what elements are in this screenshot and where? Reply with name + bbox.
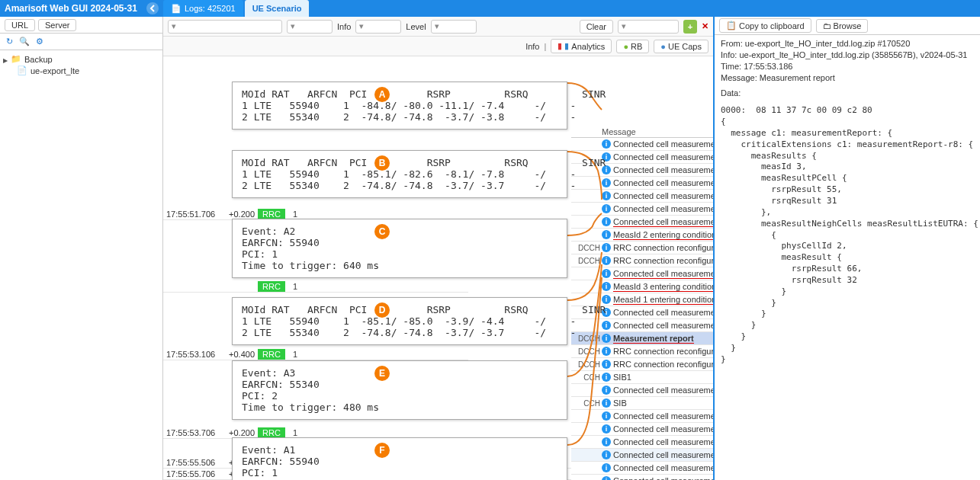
message-row[interactable]: CCHiSIB1 bbox=[571, 371, 713, 384]
panel-data-row: 1 LTE 55940 1 -84.8/ -80.0 -11.1/ -7.4 -… bbox=[242, 100, 557, 111]
tree-root[interactable]: Backup bbox=[3, 53, 159, 65]
type-select[interactable] bbox=[287, 20, 333, 34]
message-text: MeasId 1 entering condition bbox=[613, 295, 713, 305]
ueid-cell: 1 bbox=[285, 281, 305, 292]
copy-clipboard-button[interactable]: 📋Copy to clipboard bbox=[719, 18, 811, 33]
message-row[interactable]: iConnected cell measurement refresh bbox=[571, 384, 713, 397]
message-row[interactable]: iConnected cell measurement refresh bbox=[571, 138, 713, 151]
message-row[interactable]: iMeasId 3 entering condition bbox=[571, 280, 713, 293]
info-icon: i bbox=[602, 243, 611, 252]
message-list: Message iConnected cell measurement refr… bbox=[571, 126, 713, 480]
clipboard-icon: 📋 bbox=[726, 21, 737, 30]
ueid-cell: 1 bbox=[285, 209, 305, 219]
doc-icon bbox=[171, 4, 182, 14]
detail-meta: From: ue-export_lte_HO_inter_tdd.log.zip… bbox=[715, 35, 980, 102]
info-icon: i bbox=[602, 139, 611, 149]
event-panel: CEvent: A2EARFCN: 55940PCI: 1Time to tri… bbox=[232, 219, 567, 278]
center-pane: Info Level Clear + ✕ Info | ▮▮Analytics … bbox=[163, 17, 715, 480]
message-row[interactable]: DCCHiRRC connection reconfiguration bbox=[571, 242, 713, 254]
info-icon: i bbox=[602, 334, 611, 343]
level-select[interactable] bbox=[431, 20, 477, 34]
find-icon[interactable]: 🔍 bbox=[18, 36, 31, 48]
time-cell: 17:55:55.506 bbox=[163, 457, 223, 468]
message-row[interactable]: iConnected cell measurement refresh bbox=[571, 449, 713, 462]
info-icon: i bbox=[602, 321, 611, 330]
analytics-button[interactable]: ▮▮Analytics bbox=[551, 39, 612, 53]
message-row[interactable]: DCCHiRRC connection reconfiguration bbox=[571, 345, 713, 358]
message-row[interactable]: iMeasId 2 entering condition bbox=[571, 229, 713, 242]
log-row[interactable]: 17:55:53.106+0.400RRC1 bbox=[163, 349, 468, 360]
message-row[interactable]: iConnected cell measurement refresh bbox=[571, 216, 713, 229]
panel-badge: E bbox=[374, 366, 390, 381]
offset-cell: +0.200 bbox=[223, 427, 258, 438]
message-row[interactable]: iConnected cell measurement refresh bbox=[571, 190, 713, 203]
message-text: Connected cell measurement refresh bbox=[613, 386, 713, 395]
message-text: Connected cell measurement refresh bbox=[613, 139, 713, 149]
message-row[interactable]: DCCHiMeasurement report bbox=[571, 332, 713, 345]
panel-badge: D bbox=[374, 302, 390, 318]
message-text: Connected cell measurement refresh bbox=[613, 165, 713, 174]
left-tab-server[interactable]: Server bbox=[38, 19, 76, 31]
add-filter-button[interactable]: + bbox=[683, 20, 697, 34]
log-row[interactable]: RRC1 bbox=[163, 281, 468, 293]
expand-icon[interactable] bbox=[3, 55, 8, 64]
source-select[interactable] bbox=[168, 20, 282, 34]
browse-icon: 🗀 bbox=[823, 21, 831, 30]
refresh-icon[interactable]: ↻ bbox=[3, 36, 15, 48]
collapse-icon[interactable] bbox=[146, 2, 159, 14]
remove-filter-button[interactable]: ✕ bbox=[702, 21, 708, 31]
left-tabbar: URL Server bbox=[0, 17, 162, 34]
ueid-cell: 1 bbox=[285, 349, 305, 360]
message-text: Connected cell measurement refresh bbox=[613, 321, 713, 330]
info-label: Info bbox=[525, 42, 539, 51]
time-cell bbox=[163, 281, 223, 292]
file-tree: Backup ue-export_lte bbox=[0, 50, 162, 79]
message-row[interactable]: iConnected cell measurement refresh bbox=[571, 462, 713, 475]
panel-data-row: 2 LTE 55340 2 -74.8/ -74.8 -3.7/ -3.7 -/… bbox=[242, 327, 557, 338]
detail-from: From: ue-export_lte_HO_inter_tdd.log.zip… bbox=[721, 38, 974, 50]
left-tab-url[interactable]: URL bbox=[5, 19, 35, 31]
browse-button[interactable]: 🗀Browse bbox=[816, 19, 869, 33]
panel-header: MOId RAT ARFCN PCI RSRP RSRQ SINR bbox=[242, 88, 557, 100]
info-icon: i bbox=[602, 386, 611, 395]
rb-button[interactable]: ●RB bbox=[616, 40, 649, 53]
time-cell: 17:55:51.706 bbox=[163, 209, 223, 219]
event-line: PCI: 1 bbox=[242, 248, 557, 260]
event-line: PCI: 2 bbox=[242, 390, 557, 402]
clear-button[interactable]: Clear bbox=[580, 20, 613, 34]
message-row[interactable]: iConnected cell measurement refresh bbox=[571, 423, 713, 436]
message-row[interactable]: iConnected cell measurement refresh bbox=[571, 267, 713, 280]
panel-data-row: 1 LTE 55940 1 -85.1/ -82.6 -8.1/ -7.8 -/… bbox=[242, 168, 557, 180]
panel-data-row: 2 LTE 55340 2 -74.8/ -74.8 -3.7/ -3.8 -/… bbox=[242, 111, 557, 123]
filter-select[interactable] bbox=[618, 20, 679, 34]
message-row[interactable]: iConnected cell measurement refresh bbox=[571, 410, 713, 423]
info-select[interactable] bbox=[355, 20, 401, 34]
panel-data-row: 1 LTE 55940 1 -85.1/ -85.0 -3.9/ -4.4 -/… bbox=[242, 315, 557, 327]
tab-logs[interactable]: Logs: 425201 bbox=[163, 0, 243, 17]
channel-label: DCCH bbox=[571, 257, 600, 265]
info-icon: i bbox=[602, 360, 611, 369]
gear-icon[interactable]: ⚙ bbox=[34, 36, 46, 48]
message-row[interactable]: DCCHiRRC connection reconfiguration comp… bbox=[571, 358, 713, 371]
tab-ue-scenario[interactable]: UE Scenario bbox=[245, 0, 310, 17]
event-line: Event: A3 bbox=[242, 367, 557, 379]
message-text: SIB1 bbox=[613, 373, 631, 382]
message-row[interactable]: iConnected cell measurement refresh bbox=[571, 203, 713, 216]
message-row[interactable]: iConnected cell measurement refresh bbox=[571, 319, 713, 332]
message-text: SIB bbox=[613, 398, 627, 408]
message-row[interactable]: iConnected cell measurement refresh bbox=[571, 177, 713, 190]
channel-label: DCCH bbox=[571, 347, 600, 356]
uecaps-button[interactable]: ●UE Caps bbox=[654, 40, 708, 53]
info-icon: i bbox=[602, 230, 611, 239]
info-label: Info bbox=[337, 22, 351, 31]
measurement-panel: BMOId RAT ARFCN PCI RSRP RSRQ SINR1 LTE … bbox=[232, 150, 567, 198]
layer-cell: RRC bbox=[258, 427, 285, 438]
event-line: Event: A2 bbox=[242, 226, 557, 237]
tree-item[interactable]: ue-export_lte bbox=[3, 65, 159, 76]
message-row[interactable]: iConnected cell measurement refresh bbox=[571, 436, 713, 449]
event-panel: EEvent: A3EARFCN: 55340PCI: 2Time to tri… bbox=[232, 360, 567, 420]
message-text: Connected cell measurement refresh bbox=[613, 308, 713, 317]
message-row[interactable]: CCHiSIB bbox=[571, 397, 713, 410]
message-row[interactable]: iConnected cell measurement refresh bbox=[571, 475, 713, 480]
message-row[interactable]: DCCHiRRC connection reconfiguration comp… bbox=[571, 254, 713, 267]
